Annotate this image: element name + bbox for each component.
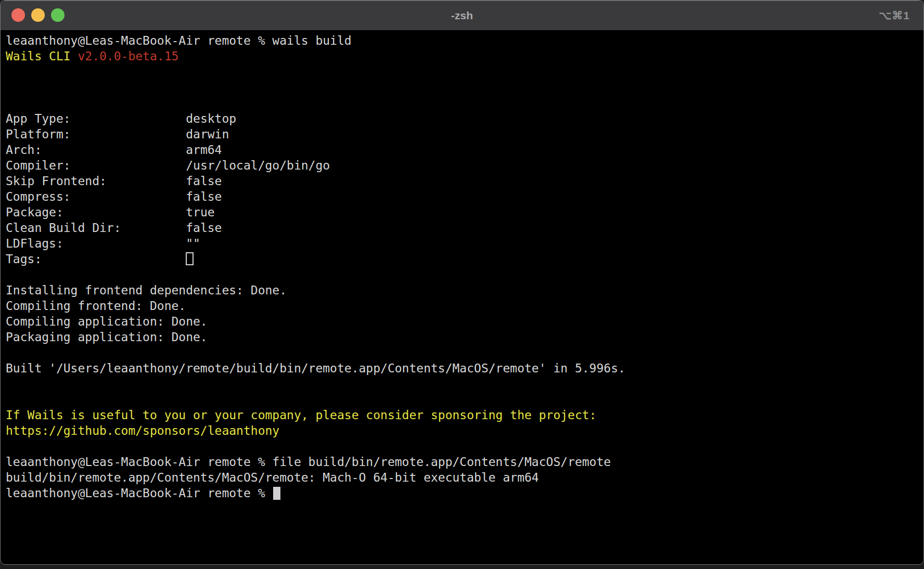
config-value: false xyxy=(186,174,222,188)
config-value: true xyxy=(186,205,214,219)
config-label: Arch: xyxy=(6,143,186,157)
terminal-line xyxy=(6,438,923,454)
terminal-line: Platform: darwin xyxy=(6,126,923,142)
terminal-line xyxy=(6,392,923,407)
terminal-line xyxy=(6,95,923,111)
terminal-line: Compiling application: Done. xyxy=(6,314,923,329)
config-label: Clean Build Dir: xyxy=(6,221,186,235)
terminal-line: App Type: desktop xyxy=(6,111,923,126)
terminal-line: leaanthony@Leas-MacBook-Air remote % xyxy=(6,485,923,501)
config-value: /usr/local/go/bin/go xyxy=(186,159,330,172)
window-title: -zsh xyxy=(1,1,923,30)
terminal-text-segment: Installing frontend dependencies: Done. xyxy=(6,283,287,297)
keyboard-shortcut-badge: ⌥⌘1 xyxy=(879,1,910,30)
terminal-line: Skip Frontend: false xyxy=(6,173,923,189)
config-label: Compiler: xyxy=(6,159,186,172)
terminal-cursor xyxy=(273,487,280,500)
terminal-line: build/bin/remote.app/Contents/MacOS/remo… xyxy=(6,470,923,485)
terminal-line xyxy=(6,64,923,80)
terminal-text-segment: If Wails is useful to you or your compan… xyxy=(6,408,596,422)
config-label: App Type: xyxy=(6,112,186,125)
terminal-line: LDFlags: "" xyxy=(6,236,923,251)
terminal-text-segment: leaanthony@Leas-MacBook-Air remote % wai… xyxy=(6,34,352,47)
terminal-line: Tags: xyxy=(6,251,923,267)
terminal-text-segment: v2.0.0-beta.15 xyxy=(78,49,178,63)
terminal-line: Compiler: /usr/local/go/bin/go xyxy=(6,158,923,173)
terminal-text-segment: Packaging application: Done. xyxy=(6,330,208,344)
terminal-text-segment: build/bin/remote.app/Contents/MacOS/remo… xyxy=(6,471,539,484)
terminal-line: Compiling frontend: Done. xyxy=(6,298,923,314)
minimize-button[interactable] xyxy=(31,8,45,22)
terminal-line xyxy=(6,376,923,392)
config-value: false xyxy=(186,221,222,235)
terminal-text-segment: Wails CLI xyxy=(6,49,78,63)
terminal-text-segment: Built '/Users/leaanthony/remote/build/bi… xyxy=(6,361,625,375)
terminal-window: -zsh ⌥⌘1 leaanthony@Leas-MacBook-Air rem… xyxy=(0,0,924,565)
terminal-line: Built '/Users/leaanthony/remote/build/bi… xyxy=(6,360,923,376)
terminal-text-segment: Compiling application: Done. xyxy=(6,315,208,328)
terminal-line: Wails CLI v2.0.0-beta.15 xyxy=(6,48,923,64)
terminal-text-segment: https://github.com/sponsors/leaanthony xyxy=(6,424,279,437)
config-label: Package: xyxy=(6,205,186,219)
terminal-text-segment: Compiling frontend: Done. xyxy=(6,299,186,313)
terminal-line: leaanthony@Leas-MacBook-Air remote % fil… xyxy=(6,454,923,470)
empty-box-glyph xyxy=(186,252,194,265)
terminal-line xyxy=(6,267,923,282)
config-label: Platform: xyxy=(6,127,186,141)
zoom-button[interactable] xyxy=(51,8,65,22)
config-label: LDFlags: xyxy=(6,237,186,250)
titlebar[interactable]: -zsh ⌥⌘1 xyxy=(1,1,923,30)
config-value: darwin xyxy=(186,127,229,141)
config-value: desktop xyxy=(186,112,236,125)
terminal-line: Compress: false xyxy=(6,189,923,204)
config-value: "" xyxy=(186,237,200,250)
terminal-line: If Wails is useful to you or your compan… xyxy=(6,407,923,423)
terminal-line: Package: true xyxy=(6,204,923,220)
close-button[interactable] xyxy=(11,8,25,22)
terminal-text-segment: leaanthony@Leas-MacBook-Air remote % xyxy=(6,486,272,500)
terminal-line: leaanthony@Leas-MacBook-Air remote % wai… xyxy=(6,33,923,48)
config-value: false xyxy=(186,190,222,203)
config-value: arm64 xyxy=(186,143,222,157)
config-label: Skip Frontend: xyxy=(6,174,186,188)
terminal-output[interactable]: leaanthony@Leas-MacBook-Air remote % wai… xyxy=(1,30,923,501)
terminal-line: Arch: arm64 xyxy=(6,142,923,158)
traffic-lights xyxy=(11,8,65,22)
terminal-text-segment: leaanthony@Leas-MacBook-Air remote % fil… xyxy=(6,455,611,469)
terminal-line xyxy=(6,345,923,360)
terminal-line: https://github.com/sponsors/leaanthony xyxy=(6,423,923,438)
terminal-line: Packaging application: Done. xyxy=(6,329,923,345)
config-label: Compress: xyxy=(6,190,186,203)
terminal-line: Installing frontend dependencies: Done. xyxy=(6,282,923,298)
terminal-line: Clean Build Dir: false xyxy=(6,220,923,236)
terminal-line xyxy=(6,80,923,95)
config-label: Tags: xyxy=(6,252,186,266)
